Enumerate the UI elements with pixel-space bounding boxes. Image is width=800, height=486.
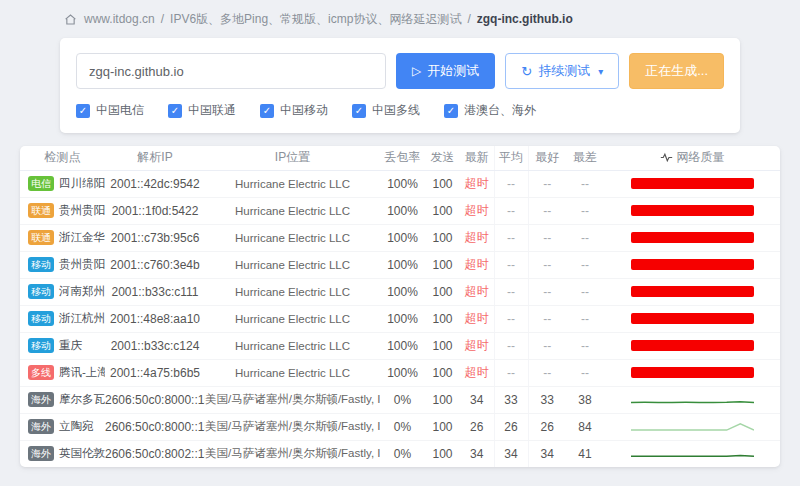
best-ping: -- xyxy=(528,224,566,251)
carrier-badge: 海外 xyxy=(28,446,54,461)
ip-location: 美国/马萨诸塞州/奥尔斯顿/Fastly, Inc. xyxy=(205,413,380,440)
resolved-ip: 2001::c73b:95c6 xyxy=(105,224,205,251)
sent-count: 100 xyxy=(425,305,460,332)
continuous-test-button[interactable]: ↻ 持续测试 ▾ xyxy=(505,53,619,89)
avg-ping: 26 xyxy=(494,413,528,440)
worst-ping: -- xyxy=(566,305,604,332)
table-row: 联通浙江金华 2001::c73b:95c6 Hurricane Electri… xyxy=(20,224,780,251)
header-node: 检测点 xyxy=(20,146,105,170)
network-quality-sparkline xyxy=(604,441,780,467)
worst-ping: -- xyxy=(566,197,604,224)
header-latest: 最新 xyxy=(460,146,494,170)
activity-icon xyxy=(660,152,673,166)
node-name: 河南郑州 xyxy=(59,285,105,297)
node-name: 摩尔多瓦 xyxy=(59,393,105,405)
sent-count: 100 xyxy=(425,170,460,197)
ip-location: Hurricane Electric LLC xyxy=(205,278,380,305)
sent-count: 100 xyxy=(425,413,460,440)
latest-ping: 26 xyxy=(460,413,494,440)
avg-ping: -- xyxy=(494,197,528,224)
checkbox-checked-icon: ✓ xyxy=(352,104,366,118)
ping-results-table: 检测点 解析IP IP位置 丢包率 发送 最新 平均 最好 最差 网络质量 xyxy=(20,146,780,467)
node-name: 四川绵阳 xyxy=(59,177,105,189)
header-sent: 发送 xyxy=(425,146,460,170)
ip-location: 美国/马萨诸塞州/奥尔斯顿/Fastly, Inc. xyxy=(205,386,380,413)
best-ping: -- xyxy=(528,278,566,305)
carrier-badge: 移动 xyxy=(28,338,54,353)
filter-overseas[interactable]: ✓ 港澳台、海外 xyxy=(444,102,536,119)
node-name: 英国伦敦 xyxy=(59,447,105,459)
packet-loss: 100% xyxy=(380,170,425,197)
results-table-card: 检测点 解析IP IP位置 丢包率 发送 最新 平均 最好 最差 网络质量 xyxy=(20,146,780,467)
ip-location: Hurricane Electric LLC xyxy=(205,332,380,359)
generating-button[interactable]: 正在生成... xyxy=(629,53,724,89)
play-icon: ▷ xyxy=(412,64,421,78)
header-packet-loss: 丢包率 xyxy=(380,146,425,170)
carrier-badge: 海外 xyxy=(28,392,54,407)
node-name: 贵州贵阳 xyxy=(59,204,105,216)
table-row: 移动河南郑州 2001::b33c:c111 Hurricane Electri… xyxy=(20,278,780,305)
latest-ping: 超时 xyxy=(460,224,494,251)
resolved-ip: 2001::c760:3e4b xyxy=(105,251,205,278)
filter-china-multiline[interactable]: ✓ 中国多线 xyxy=(352,102,420,119)
search-row: ▷ 开始测试 ↻ 持续测试 ▾ 正在生成... xyxy=(76,53,724,89)
network-quality-indicator xyxy=(604,198,780,224)
best-ping: -- xyxy=(528,359,566,386)
filter-china-unicom[interactable]: ✓ 中国联通 xyxy=(168,102,236,119)
avg-ping: -- xyxy=(494,305,528,332)
start-test-button[interactable]: ▷ 开始测试 xyxy=(396,53,495,89)
latest-ping: 超时 xyxy=(460,170,494,197)
table-row: 电信四川绵阳 2001::42dc:9542 Hurricane Electri… xyxy=(20,170,780,197)
worst-ping: -- xyxy=(566,224,604,251)
latest-ping: 超时 xyxy=(460,197,494,224)
filter-china-mobile[interactable]: ✓ 中国移动 xyxy=(260,102,328,119)
loop-icon: ↻ xyxy=(521,64,532,79)
chevron-down-icon: ▾ xyxy=(598,66,603,77)
filter-china-telecom[interactable]: ✓ 中国电信 xyxy=(76,102,144,119)
packet-loss: 100% xyxy=(380,359,425,386)
ip-location: 美国/马萨诸塞州/奥尔斯顿/Fastly, Inc. xyxy=(205,440,380,467)
carrier-badge: 移动 xyxy=(28,284,54,299)
best-ping: -- xyxy=(528,332,566,359)
network-quality-indicator xyxy=(604,252,780,278)
avg-ping: -- xyxy=(494,251,528,278)
ip-location: Hurricane Electric LLC xyxy=(205,359,380,386)
worst-ping: -- xyxy=(566,359,604,386)
best-ping: -- xyxy=(528,170,566,197)
network-quality-indicator xyxy=(604,333,780,359)
breadcrumb-separator: / xyxy=(467,12,470,26)
target-host-input[interactable] xyxy=(76,53,386,89)
latest-ping: 超时 xyxy=(460,278,494,305)
table-row: 海外立陶宛 2606:50c0:8000::153 美国/马萨诸塞州/奥尔斯顿/… xyxy=(20,413,780,440)
avg-ping: -- xyxy=(494,224,528,251)
breadcrumb-site-link[interactable]: www.itdog.cn xyxy=(84,12,155,26)
resolved-ip: 2606:50c0:8000::153 xyxy=(105,413,205,440)
checkbox-checked-icon: ✓ xyxy=(76,104,90,118)
filter-label: 中国移动 xyxy=(280,102,328,119)
sent-count: 100 xyxy=(425,359,460,386)
best-ping: -- xyxy=(528,305,566,332)
network-quality-indicator xyxy=(604,360,780,386)
table-row: 海外摩尔多瓦 2606:50c0:8000::153 美国/马萨诸塞州/奥尔斯顿… xyxy=(20,386,780,413)
filter-label: 中国多线 xyxy=(372,102,420,119)
home-icon xyxy=(64,13,77,26)
sent-count: 100 xyxy=(425,332,460,359)
latest-ping: 超时 xyxy=(460,251,494,278)
packet-loss: 0% xyxy=(380,440,425,467)
node-name: 浙江杭州 xyxy=(59,312,105,324)
resolved-ip: 2001::b33c:c111 xyxy=(105,278,205,305)
carrier-badge: 联通 xyxy=(28,230,54,245)
resolved-ip: 2001::42dc:9542 xyxy=(105,170,205,197)
header-worst: 最差 xyxy=(566,146,604,170)
latest-ping: 34 xyxy=(460,440,494,467)
worst-ping: -- xyxy=(566,170,604,197)
best-ping: -- xyxy=(528,197,566,224)
worst-ping: -- xyxy=(566,251,604,278)
table-row: 联通贵州贵阳 2001::1f0d:5422 Hurricane Electri… xyxy=(20,197,780,224)
header-network-quality: 网络质量 xyxy=(604,146,780,170)
avg-ping: -- xyxy=(494,170,528,197)
header-average: 平均 xyxy=(494,146,528,170)
network-quality-indicator xyxy=(604,171,780,197)
breadcrumb-path-link[interactable]: IPV6版、多地Ping、常规版、icmp协议、网络延迟测试 xyxy=(170,11,461,28)
sent-count: 100 xyxy=(425,251,460,278)
